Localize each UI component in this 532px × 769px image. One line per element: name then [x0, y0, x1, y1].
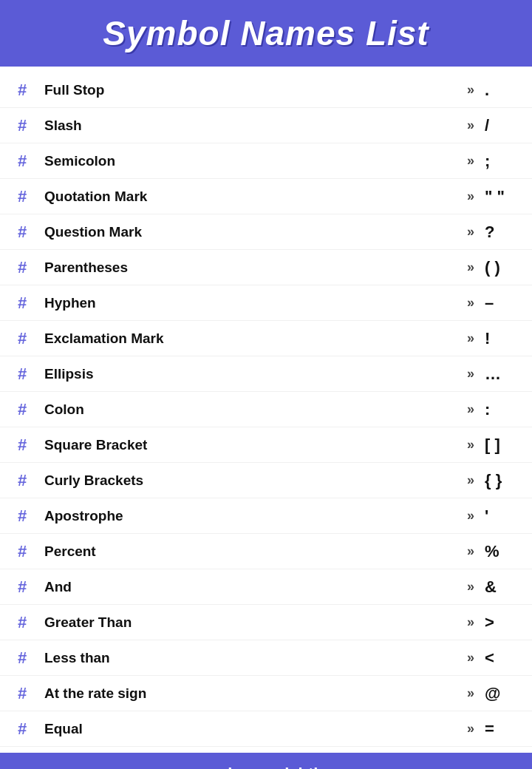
- list-item: #Ellipsis»…: [0, 356, 532, 392]
- list-item: #At the rate sign»@: [0, 676, 532, 711]
- list-item: #Colon»:: [0, 392, 532, 427]
- item-name: Semicolon: [44, 153, 467, 169]
- item-name: Greater Than: [44, 614, 467, 631]
- hash-icon: #: [18, 365, 44, 384]
- item-name: Hyphen: [44, 295, 467, 311]
- item-name: Square Bracket: [44, 437, 467, 453]
- hash-icon: #: [18, 507, 44, 526]
- item-name: Parentheses: [44, 260, 467, 276]
- hash-icon: #: [18, 684, 44, 703]
- page-title: Symbol Names List: [103, 14, 429, 52]
- item-name: Percent: [44, 543, 467, 560]
- list-item: #Question Mark»?: [0, 214, 532, 250]
- hash-icon: #: [18, 81, 44, 100]
- item-name: Slash: [44, 118, 467, 134]
- item-symbol: ?: [485, 223, 514, 242]
- arrow-icon: »: [467, 118, 474, 133]
- item-name: Full Stop: [44, 82, 467, 98]
- hash-icon: #: [18, 400, 44, 419]
- list-item: #Quotation Mark»" ": [0, 179, 532, 214]
- list-item: #Semicolon»;: [0, 143, 532, 179]
- item-name: Ellipsis: [44, 366, 467, 382]
- list-item: #Square Bracket»[ ]: [0, 427, 532, 463]
- arrow-icon: »: [467, 579, 474, 594]
- arrow-icon: »: [467, 260, 474, 275]
- item-name: Equal: [44, 721, 467, 737]
- arrow-icon: »: [467, 331, 474, 346]
- hash-icon: #: [18, 329, 44, 348]
- arrow-icon: »: [467, 685, 474, 701]
- item-name: Quotation Mark: [44, 189, 467, 205]
- item-symbol: :: [485, 400, 514, 419]
- list-item: #Exclamation Mark»!: [0, 321, 532, 356]
- list-item: #Parentheses»( ): [0, 250, 532, 285]
- item-name: Curly Brackets: [44, 472, 467, 489]
- arrow-icon: »: [467, 295, 474, 311]
- symbol-list: #Full Stop».#Slash»/#Semicolon»;#Quotati…: [0, 67, 532, 753]
- arrow-icon: »: [467, 82, 474, 98]
- hash-icon: #: [18, 187, 44, 206]
- list-item: #Greater Than»>: [0, 605, 532, 640]
- page-footer: www.spokenenglshtips.com: [0, 753, 532, 769]
- list-item: #Percent»%: [0, 534, 532, 569]
- item-symbol: @: [485, 684, 514, 703]
- item-name: Apostrophe: [44, 508, 467, 524]
- hash-icon: #: [18, 116, 44, 135]
- item-symbol: [ ]: [485, 436, 514, 455]
- item-symbol: >: [485, 613, 514, 632]
- item-symbol: ': [485, 507, 514, 526]
- arrow-icon: »: [467, 472, 474, 488]
- arrow-icon: »: [467, 508, 474, 524]
- item-symbol: ( ): [485, 258, 514, 277]
- item-symbol: <: [485, 648, 514, 668]
- item-symbol: " ": [485, 187, 514, 206]
- item-name: Colon: [44, 402, 467, 418]
- arrow-icon: »: [467, 614, 474, 630]
- item-symbol: %: [485, 542, 514, 561]
- item-symbol: …: [485, 365, 514, 384]
- footer-link[interactable]: www.spokenenglshtips.com: [157, 765, 375, 769]
- arrow-icon: »: [467, 543, 474, 559]
- hash-icon: #: [18, 719, 44, 739]
- item-name: Question Mark: [44, 224, 467, 240]
- arrow-icon: »: [467, 437, 474, 453]
- list-item: #And»&: [0, 569, 532, 605]
- list-item: #Less than»<: [0, 640, 532, 676]
- list-item: #Equal»=: [0, 711, 532, 747]
- item-name: And: [44, 579, 467, 595]
- arrow-icon: »: [467, 721, 474, 736]
- item-name: Less than: [44, 650, 467, 666]
- hash-icon: #: [18, 542, 44, 561]
- item-name: At the rate sign: [44, 685, 467, 702]
- list-item: #Slash»/: [0, 108, 532, 143]
- list-item: #Hyphen»–: [0, 285, 532, 321]
- hash-icon: #: [18, 258, 44, 277]
- list-item: #Curly Brackets»{ }: [0, 463, 532, 498]
- list-item: #Apostrophe»': [0, 498, 532, 534]
- hash-icon: #: [18, 223, 44, 242]
- hash-icon: #: [18, 648, 44, 668]
- arrow-icon: »: [467, 650, 474, 665]
- hash-icon: #: [18, 613, 44, 632]
- page-header: Symbol Names List: [0, 0, 532, 67]
- item-symbol: .: [485, 81, 514, 100]
- item-symbol: &: [485, 577, 514, 597]
- arrow-icon: »: [467, 366, 474, 382]
- hash-icon: #: [18, 436, 44, 455]
- item-symbol: ;: [485, 152, 514, 171]
- arrow-icon: »: [467, 402, 474, 417]
- item-symbol: /: [485, 116, 514, 135]
- list-item: #Full Stop».: [0, 72, 532, 108]
- item-symbol: !: [485, 329, 514, 348]
- item-symbol: =: [485, 719, 514, 739]
- item-symbol: { }: [485, 471, 514, 490]
- arrow-icon: »: [467, 189, 474, 204]
- arrow-icon: »: [467, 224, 474, 240]
- hash-icon: #: [18, 577, 44, 597]
- hash-icon: #: [18, 471, 44, 490]
- hash-icon: #: [18, 152, 44, 171]
- item-symbol: –: [485, 294, 514, 313]
- item-name: Exclamation Mark: [44, 331, 467, 347]
- arrow-icon: »: [467, 153, 474, 169]
- hash-icon: #: [18, 294, 44, 313]
